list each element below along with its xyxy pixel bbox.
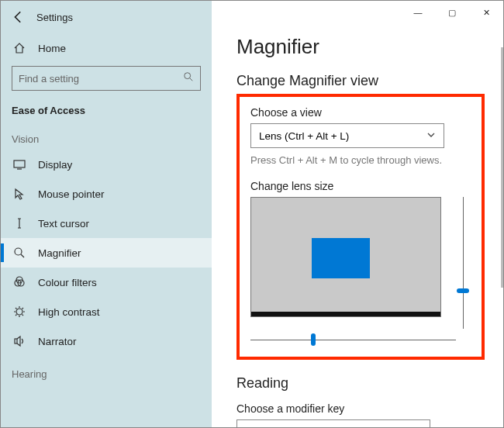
window-title: Settings xyxy=(36,12,73,23)
sidebar-item-label: Display xyxy=(38,159,72,171)
mouse-pointer-icon xyxy=(12,188,27,200)
back-button[interactable] xyxy=(12,10,26,24)
chevron-down-icon xyxy=(426,130,436,142)
slider-thumb[interactable] xyxy=(457,288,469,293)
sidebar-item-label: Narrator xyxy=(38,336,77,347)
svg-point-6 xyxy=(16,309,22,315)
search-input[interactable] xyxy=(12,66,201,91)
maximize-button[interactable]: ▢ xyxy=(435,1,469,24)
scrollbar-thumb[interactable] xyxy=(501,47,503,288)
sidebar-item-label: Text cursor xyxy=(38,218,89,230)
narrator-icon xyxy=(12,335,27,347)
sidebar-item-mouse-pointer[interactable]: Mouse pointer xyxy=(1,179,212,209)
window-controls: — ▢ ✕ xyxy=(401,1,503,24)
search-icon xyxy=(183,71,194,85)
sidebar-item-label: Mouse pointer xyxy=(38,188,105,200)
search-field[interactable] xyxy=(19,73,183,85)
lens-height-slider[interactable] xyxy=(455,197,471,329)
sidebar: Settings Home Ease of Access Vision Disp… xyxy=(1,1,212,427)
dropdown-value: Lens (Ctrl + Alt + L) xyxy=(259,130,349,142)
lens-size-label: Change lens size xyxy=(250,180,471,192)
sidebar-item-label: Home xyxy=(38,43,66,54)
sidebar-item-display[interactable]: Display xyxy=(1,150,212,179)
dropdown-value: Control + Alt xyxy=(245,426,302,428)
lens-width-slider[interactable] xyxy=(250,333,456,346)
svg-point-0 xyxy=(185,73,191,79)
highlighted-region: Choose a view Lens (Ctrl + Alt + L) Pres… xyxy=(236,94,485,360)
modifier-key-dropdown[interactable]: Control + Alt xyxy=(236,419,430,427)
display-icon xyxy=(12,158,27,171)
section-heading: Change Magnifier view xyxy=(236,73,485,89)
minimize-button[interactable]: — xyxy=(401,1,435,24)
lens-preview xyxy=(250,197,441,317)
colour-filters-icon xyxy=(12,276,27,288)
group-vision: Vision xyxy=(1,121,212,150)
sidebar-item-label: Colour filters xyxy=(38,277,97,288)
sidebar-item-text-cursor[interactable]: Text cursor xyxy=(1,209,212,238)
sidebar-item-label: Magnifier xyxy=(38,247,81,259)
preview-taskbar xyxy=(251,312,440,316)
sidebar-item-home[interactable]: Home xyxy=(1,33,212,63)
magnifier-icon xyxy=(12,247,27,259)
main-content: — ▢ ✕ Magnifier Change Magnifier view Ch… xyxy=(212,1,503,427)
high-contrast-icon xyxy=(12,305,27,318)
choose-view-label: Choose a view xyxy=(250,106,471,119)
sidebar-item-narrator[interactable]: Narrator xyxy=(1,326,212,356)
lens-rectangle xyxy=(312,238,370,278)
home-icon xyxy=(12,42,27,54)
text-cursor-icon xyxy=(12,217,27,230)
group-hearing: Hearing xyxy=(1,356,212,385)
svg-rect-1 xyxy=(14,160,25,167)
sidebar-item-colour-filters[interactable]: Colour filters xyxy=(1,268,212,297)
svg-rect-7 xyxy=(15,339,17,343)
page-title: Magnifier xyxy=(236,35,485,59)
slider-thumb[interactable] xyxy=(311,333,316,346)
sidebar-item-label: High contrast xyxy=(38,306,100,318)
chevron-down-icon xyxy=(413,426,422,428)
close-button[interactable]: ✕ xyxy=(469,1,503,24)
category-heading: Ease of Access xyxy=(1,100,212,121)
sidebar-item-high-contrast[interactable]: High contrast xyxy=(1,297,212,326)
svg-point-2 xyxy=(15,248,22,255)
sidebar-item-magnifier[interactable]: Magnifier xyxy=(1,238,212,268)
view-dropdown[interactable]: Lens (Ctrl + Alt + L) xyxy=(250,123,444,148)
reading-heading: Reading xyxy=(236,375,485,392)
cycle-hint: Press Ctrl + Alt + M to cycle through vi… xyxy=(250,154,471,166)
modifier-key-label: Choose a modifier key xyxy=(236,402,485,415)
